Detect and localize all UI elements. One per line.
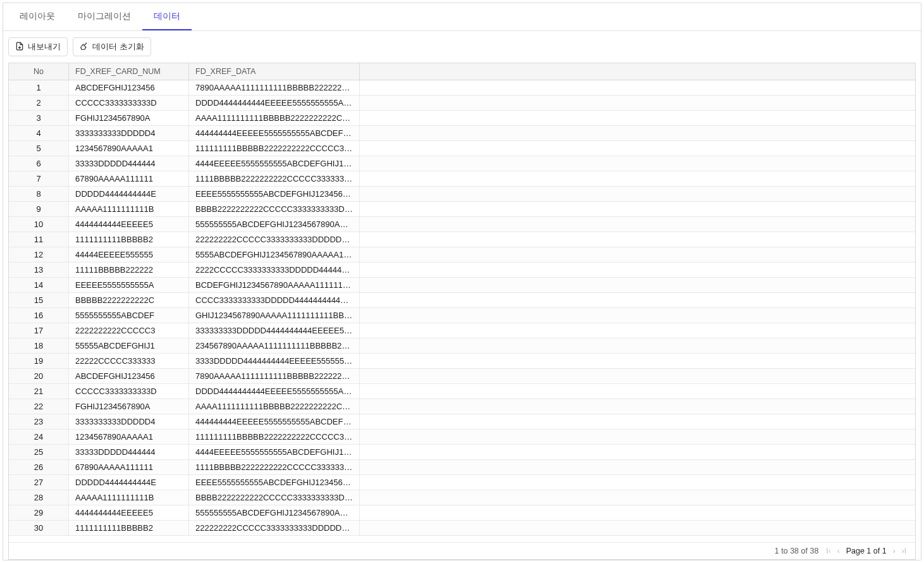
table-row[interactable]: 51234567890AAAAA1111111111BBBBB222222222… — [9, 141, 915, 156]
cell-data: DDDD4444444444EEEEE5555555555ABCDE — [189, 384, 360, 399]
cell-data: DDDD4444444444EEEEE5555555555ABCDE — [189, 96, 360, 110]
table-row[interactable]: 301111111111BBBBB2222222222CCCCC33333333… — [9, 521, 915, 536]
cell-no: 6 — [9, 156, 69, 171]
col-header-card-num[interactable]: FD_XREF_CARD_NUM — [69, 63, 189, 80]
cell-card-num: 1111111111BBBBB2 — [69, 232, 189, 247]
table-row[interactable]: 767890AAAAA1111111111BBBBB2222222222CCCC… — [9, 171, 915, 187]
cell-card-num: 3333333333DDDDD4 — [69, 126, 189, 140]
table-row[interactable]: 3FGHIJ1234567890AAAAA1111111111BBBBB2222… — [9, 111, 915, 126]
cell-data: AAAA1111111111BBBBB2222222222CCCCC — [189, 399, 360, 414]
grid-body[interactable]: 1ABCDEFGHIJ1234567890AAAAA1111111111BBBB… — [9, 80, 915, 542]
table-row[interactable]: 2533333DDDDD4444444444EEEEE5555555555ABC… — [9, 445, 915, 460]
table-row[interactable]: 2CCCCC3333333333DDDDD4444444444EEEEE5555… — [9, 96, 915, 111]
table-row[interactable]: 165555555555ABCDEFGHIJ1234567890AAAAA111… — [9, 308, 915, 323]
cell-rest — [360, 247, 915, 262]
cell-data: 444444444EEEEE5555555555ABCDEFGHIJ — [189, 126, 360, 140]
cell-rest — [360, 156, 915, 171]
table-row[interactable]: 1ABCDEFGHIJ1234567890AAAAA1111111111BBBB… — [9, 80, 915, 96]
data-grid: No FD_XREF_CARD_NUM FD_XREF_DATA 1ABCDEF… — [8, 63, 916, 560]
pager-last-icon[interactable]: ›I — [902, 547, 906, 555]
cell-data: CCCC3333333333DDDDD4444444444EEEEE — [189, 293, 360, 307]
table-row[interactable]: 28AAAAA1111111111BBBBB2222222222CCCCC333… — [9, 490, 915, 505]
col-header-data[interactable]: FD_XREF_DATA — [189, 63, 360, 80]
table-row[interactable]: 1311111BBBBB2222222222CCCCC3333333333DDD… — [9, 263, 915, 278]
col-header-rest — [360, 63, 915, 80]
cell-card-num: 22222CCCCC333333 — [69, 354, 189, 368]
cell-card-num: ABCDEFGHIJ123456 — [69, 80, 189, 95]
cell-no: 3 — [9, 111, 69, 125]
table-row[interactable]: 27DDDDD4444444444EEEEE5555555555ABCDEFGH… — [9, 475, 915, 490]
cell-no: 24 — [9, 430, 69, 444]
cell-rest — [360, 354, 915, 368]
table-row[interactable]: 21CCCCC3333333333DDDDD4444444444EEEEE555… — [9, 384, 915, 399]
table-row[interactable]: 1244444EEEEE5555555555ABCDEFGHIJ12345678… — [9, 247, 915, 263]
cell-card-num: AAAAA1111111111B — [69, 202, 189, 216]
cell-card-num: 4444444444EEEEE5 — [69, 217, 189, 232]
cell-no: 16 — [9, 308, 69, 323]
cell-card-num: 33333DDDDD444444 — [69, 156, 189, 171]
pager-prev-icon[interactable]: ‹ — [837, 547, 840, 555]
cell-no: 29 — [9, 505, 69, 520]
cell-no: 9 — [9, 202, 69, 216]
table-row[interactable]: 15BBBBB2222222222CCCCC3333333333DDDDD444… — [9, 293, 915, 308]
export-button-label: 내보내기 — [28, 41, 61, 53]
cell-no: 13 — [9, 263, 69, 277]
tab-layout[interactable]: 레이아웃 — [8, 3, 66, 30]
pager-first-icon[interactable]: I‹ — [826, 547, 830, 555]
col-header-no[interactable]: No — [9, 63, 69, 80]
cell-rest — [360, 369, 915, 383]
cell-data: 1111BBBBB2222222222CCCCC3333333333 — [189, 171, 360, 186]
broom-icon — [80, 42, 89, 53]
export-button[interactable]: 내보내기 — [8, 37, 68, 56]
cell-rest — [360, 293, 915, 307]
cell-no: 14 — [9, 278, 69, 292]
cell-no: 1 — [9, 80, 69, 95]
cell-card-num: AAAAA1111111111B — [69, 490, 189, 505]
reset-data-button[interactable]: 데이터 초기화 — [73, 37, 151, 56]
cell-rest — [360, 414, 915, 429]
cell-data: 444444444EEEEE5555555555ABCDEFGHIJ — [189, 414, 360, 429]
table-row[interactable]: 172222222222CCCCC3333333333DDDDD44444444… — [9, 323, 915, 338]
cell-no: 17 — [9, 323, 69, 338]
cell-data: 7890AAAAA1111111111BBBBB2222222222 — [189, 80, 360, 95]
pager-range: 1 to 38 of 38 — [775, 547, 819, 555]
cell-data: BBBB2222222222CCCCC3333333333DDDDD — [189, 490, 360, 505]
table-row[interactable]: 14EEEEE5555555555ABCDEFGHIJ1234567890AAA… — [9, 278, 915, 293]
tab-data[interactable]: 데이터 — [142, 3, 192, 30]
cell-rest — [360, 232, 915, 247]
tab-migration[interactable]: 마이그레이션 — [66, 3, 142, 30]
table-row[interactable]: 9AAAAA1111111111BBBBB2222222222CCCCC3333… — [9, 202, 915, 217]
cell-card-num: BBBBB2222222222C — [69, 293, 189, 307]
cell-rest — [360, 171, 915, 186]
table-row[interactable]: 111111111111BBBBB2222222222CCCCC33333333… — [9, 232, 915, 247]
table-row[interactable]: 104444444444EEEEE5555555555ABCDEFGHIJ123… — [9, 217, 915, 232]
table-row[interactable]: 1855555ABCDEFGHIJ1234567890AAAAA11111111… — [9, 338, 915, 354]
table-row[interactable]: 294444444444EEEEE5555555555ABCDEFGHIJ123… — [9, 505, 915, 521]
cell-no: 8 — [9, 187, 69, 201]
export-icon — [15, 42, 24, 53]
table-row[interactable]: 633333DDDDD4444444444EEEEE5555555555ABCD… — [9, 156, 915, 171]
cell-no: 28 — [9, 490, 69, 505]
cell-rest — [360, 323, 915, 338]
table-row[interactable]: 233333333333DDDDD4444444444EEEEE55555555… — [9, 414, 915, 430]
pager-page-label: Page 1 of 1 — [846, 547, 887, 555]
cell-no: 5 — [9, 141, 69, 156]
cell-rest — [360, 445, 915, 459]
table-row[interactable]: 20ABCDEFGHIJ1234567890AAAAA1111111111BBB… — [9, 369, 915, 384]
pager-next-icon[interactable]: › — [893, 547, 896, 555]
cell-data: 2222CCCCC3333333333DDDDD4444444444 — [189, 263, 360, 277]
cell-data: 555555555ABCDEFGHIJ1234567890AAAAA — [189, 217, 360, 232]
table-row[interactable]: 43333333333DDDDD4444444444EEEEE555555555… — [9, 126, 915, 141]
cell-no: 20 — [9, 369, 69, 383]
table-row[interactable]: 22FGHIJ1234567890AAAAA1111111111BBBBB222… — [9, 399, 915, 414]
cell-data: 4444EEEEE5555555555ABCDEFGHIJ12345 — [189, 156, 360, 171]
cell-rest — [360, 475, 915, 490]
table-row[interactable]: 241234567890AAAAA1111111111BBBBB22222222… — [9, 430, 915, 445]
cell-no: 10 — [9, 217, 69, 232]
cell-data: AAAA1111111111BBBBB2222222222CCCCC — [189, 111, 360, 125]
cell-rest — [360, 338, 915, 353]
cell-no: 4 — [9, 126, 69, 140]
table-row[interactable]: 8DDDDD4444444444EEEEE5555555555ABCDEFGHI… — [9, 187, 915, 202]
table-row[interactable]: 2667890AAAAA1111111111BBBBB2222222222CCC… — [9, 460, 915, 475]
table-row[interactable]: 1922222CCCCC3333333333DDDDD4444444444EEE… — [9, 354, 915, 369]
